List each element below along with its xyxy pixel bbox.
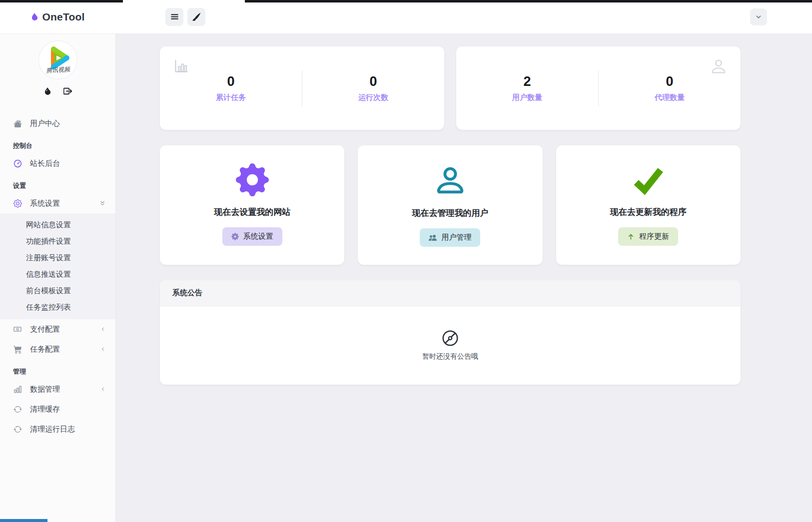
sidebar-section-console: 控制台	[0, 133, 115, 153]
program-update-button[interactable]: 程序更新	[618, 227, 678, 246]
gear-icon	[236, 163, 269, 196]
action-card-user-manage: 现在去管理我的用户 用户管理	[358, 145, 542, 265]
submenu-item-plugins[interactable]: 功能插件设置	[0, 233, 115, 250]
sidebar-item-label: 任务配置	[30, 345, 60, 354]
sidebar-item-label: 站长后台	[30, 159, 60, 168]
action-title: 现在去设置我的网站	[214, 206, 290, 218]
brand-droplet-icon	[31, 12, 38, 21]
sidebar-item-user-center[interactable]: 用户中心	[0, 113, 115, 133]
brush-icon	[192, 13, 200, 21]
hamburger-icon	[170, 12, 179, 21]
sidebar: 腾讯视频 用户中心 控制台	[0, 34, 116, 522]
user-manage-button[interactable]: 用户管理	[420, 228, 480, 247]
chevron-left-icon	[100, 386, 105, 392]
bar-chart-icon	[173, 57, 190, 76]
stat-value-agents: 0	[666, 74, 673, 89]
person-icon	[433, 163, 467, 197]
arrow-up-icon	[627, 233, 635, 240]
button-label: 系统设置	[243, 232, 273, 241]
announcement-title: 系统公告	[160, 280, 741, 306]
sidebar-item-task-config[interactable]: 任务配置	[0, 339, 115, 359]
sidebar-item-clear-logs[interactable]: 清理运行日志	[0, 419, 115, 439]
button-label: 程序更新	[639, 232, 669, 241]
top-black-strip-right	[245, 0, 812, 2]
gear-icon	[13, 199, 22, 208]
sidebar-item-label: 用户中心	[30, 119, 60, 128]
chevron-left-icon	[100, 346, 105, 352]
announcement-empty-text: 暂时还没有公告哦	[422, 352, 478, 361]
action-card-update: 现在去更新我的程序 程序更新	[556, 145, 741, 265]
system-settings-submenu: 网站信息设置 功能插件设置 注册账号设置 信息推送设置 前台模板设置 任务监控列…	[0, 213, 115, 319]
person-icon	[710, 57, 728, 77]
cash-icon	[13, 325, 22, 333]
stat-value-tasks: 0	[227, 74, 234, 89]
sidebar-item-label: 清理运行日志	[30, 425, 75, 434]
submenu-item-template[interactable]: 前台模板设置	[0, 283, 115, 299]
home-icon	[13, 119, 22, 128]
sidebar-item-label: 系统设置	[30, 199, 60, 208]
action-title: 现在去更新我的程序	[610, 206, 687, 218]
top-navbar: OneTool	[0, 0, 812, 34]
stat-value-users: 2	[523, 74, 531, 89]
droplet-icon[interactable]	[44, 87, 51, 95]
theme-button[interactable]	[187, 8, 205, 26]
stat-card-tasks: 0 累计任务 0 运行次数	[160, 46, 444, 130]
sidebar-item-label: 支付配置	[30, 325, 60, 334]
sidebar-menu: 用户中心 控制台 站长后台 设置 系统设置 网站信息设置	[0, 113, 115, 439]
brand-name: OneTool	[42, 11, 84, 23]
people-icon	[429, 234, 437, 242]
cart-icon	[13, 345, 22, 354]
stat-card-users: 2 用户数量 0 代理数量	[456, 46, 741, 130]
main-content: 0 累计任务 0 运行次数 2 用户数量	[116, 34, 812, 522]
sidebar-item-label: 清理缓存	[30, 405, 60, 414]
chevron-down-icon	[756, 14, 762, 20]
sidebar-section-manage: 管理	[0, 359, 115, 379]
sidebar-item-webmaster[interactable]: 站长后台	[0, 153, 115, 173]
speedometer-icon	[13, 159, 22, 168]
chevron-double-down-icon	[99, 200, 105, 207]
logout-icon[interactable]	[63, 87, 72, 95]
bottom-blue-strip	[0, 519, 47, 522]
bar-chart-icon	[13, 385, 22, 394]
action-title: 现在去管理我的用户	[412, 207, 488, 219]
top-black-strip-left	[0, 0, 123, 2]
submenu-item-register[interactable]: 注册账号设置	[0, 250, 115, 266]
refresh-icon	[13, 425, 22, 434]
stat-value-runs: 0	[369, 74, 377, 89]
submenu-item-site-info[interactable]: 网站信息设置	[0, 217, 115, 233]
chevron-left-icon	[100, 326, 105, 332]
stat-label-runs: 运行次数	[358, 93, 388, 102]
check-icon	[631, 163, 665, 196]
gear-icon	[231, 233, 239, 240]
sidebar-section-settings: 设置	[0, 173, 115, 193]
sidebar-toggle-button[interactable]	[165, 8, 183, 26]
system-settings-button[interactable]: 系统设置	[222, 227, 282, 246]
button-label: 用户管理	[441, 233, 471, 242]
sidebar-item-label: 数据管理	[30, 385, 60, 394]
user-avatar[interactable]: 腾讯视频	[39, 41, 77, 79]
sidebar-item-payment[interactable]: 支付配置	[0, 319, 115, 339]
action-card-site-settings: 现在去设置我的网站 系统设置	[160, 145, 344, 265]
stat-label-agents: 代理数量	[655, 93, 685, 102]
sidebar-item-system-settings[interactable]: 系统设置	[0, 193, 115, 213]
sidebar-item-data-manage[interactable]: 数据管理	[0, 379, 115, 399]
announcement-panel: 系统公告 暂时还没有公告哦	[160, 280, 741, 385]
submenu-item-push[interactable]: 信息推送设置	[0, 266, 115, 283]
stat-label-tasks: 累计任务	[216, 93, 246, 102]
disc-slash-icon	[442, 330, 459, 347]
sidebar-item-clear-cache[interactable]: 清理缓存	[0, 399, 115, 419]
submenu-item-task-monitor[interactable]: 任务监控列表	[0, 299, 115, 316]
stat-label-users: 用户数量	[512, 93, 542, 102]
refresh-icon	[13, 405, 22, 414]
brand[interactable]: OneTool	[0, 11, 116, 23]
header-collapse-button[interactable]	[750, 8, 767, 25]
